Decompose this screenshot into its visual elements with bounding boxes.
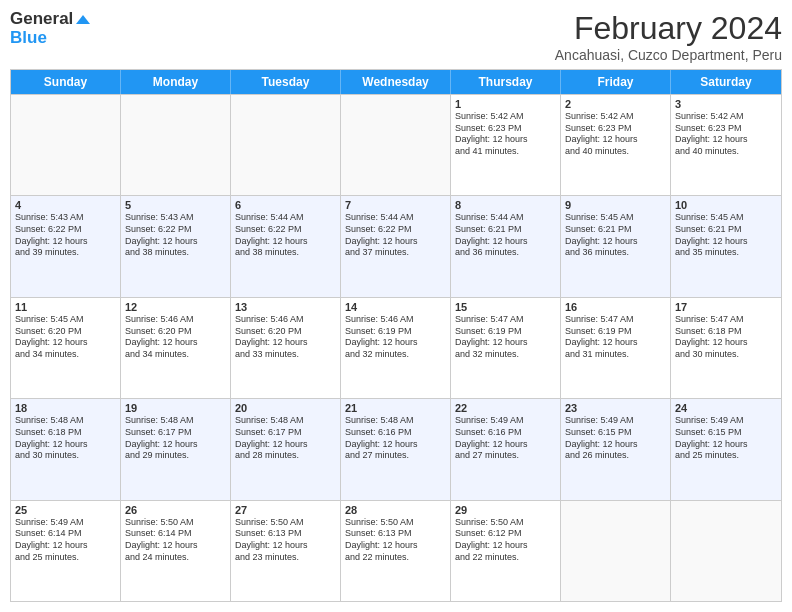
calendar: SundayMondayTuesdayWednesdayThursdayFrid…: [10, 69, 782, 602]
day-info: Sunrise: 5:46 AM Sunset: 6:20 PM Dayligh…: [235, 314, 336, 361]
day-number: 26: [125, 504, 226, 516]
day-info: Sunrise: 5:44 AM Sunset: 6:22 PM Dayligh…: [345, 212, 446, 259]
calendar-week-4: 18Sunrise: 5:48 AM Sunset: 6:18 PM Dayli…: [11, 398, 781, 499]
cal-cell-week4-day3: 20Sunrise: 5:48 AM Sunset: 6:17 PM Dayli…: [231, 399, 341, 499]
day-number: 5: [125, 199, 226, 211]
day-info: Sunrise: 5:42 AM Sunset: 6:23 PM Dayligh…: [565, 111, 666, 158]
day-number: 29: [455, 504, 556, 516]
weekday-header-thursday: Thursday: [451, 70, 561, 94]
day-info: Sunrise: 5:43 AM Sunset: 6:22 PM Dayligh…: [15, 212, 116, 259]
day-info: Sunrise: 5:45 AM Sunset: 6:21 PM Dayligh…: [565, 212, 666, 259]
title-block: February 2024 Ancahuasi, Cuzco Departmen…: [555, 10, 782, 63]
day-number: 9: [565, 199, 666, 211]
day-number: 25: [15, 504, 116, 516]
cal-cell-week4-day4: 21Sunrise: 5:48 AM Sunset: 6:16 PM Dayli…: [341, 399, 451, 499]
day-info: Sunrise: 5:44 AM Sunset: 6:21 PM Dayligh…: [455, 212, 556, 259]
cal-cell-week1-day6: 2Sunrise: 5:42 AM Sunset: 6:23 PM Daylig…: [561, 95, 671, 195]
day-info: Sunrise: 5:45 AM Sunset: 6:21 PM Dayligh…: [675, 212, 777, 259]
calendar-week-2: 4Sunrise: 5:43 AM Sunset: 6:22 PM Daylig…: [11, 195, 781, 296]
day-info: Sunrise: 5:42 AM Sunset: 6:23 PM Dayligh…: [675, 111, 777, 158]
cal-cell-week2-day3: 6Sunrise: 5:44 AM Sunset: 6:22 PM Daylig…: [231, 196, 341, 296]
day-number: 17: [675, 301, 777, 313]
calendar-body: 1Sunrise: 5:42 AM Sunset: 6:23 PM Daylig…: [11, 94, 781, 601]
day-number: 13: [235, 301, 336, 313]
cal-cell-week5-day1: 25Sunrise: 5:49 AM Sunset: 6:14 PM Dayli…: [11, 501, 121, 601]
day-number: 11: [15, 301, 116, 313]
day-info: Sunrise: 5:49 AM Sunset: 6:15 PM Dayligh…: [565, 415, 666, 462]
cal-cell-week5-day4: 28Sunrise: 5:50 AM Sunset: 6:13 PM Dayli…: [341, 501, 451, 601]
day-number: 7: [345, 199, 446, 211]
logo-general-text: General: [10, 10, 90, 29]
day-number: 24: [675, 402, 777, 414]
day-number: 14: [345, 301, 446, 313]
main-title: February 2024: [555, 10, 782, 47]
cal-cell-week3-day7: 17Sunrise: 5:47 AM Sunset: 6:18 PM Dayli…: [671, 298, 781, 398]
cal-cell-week5-day5: 29Sunrise: 5:50 AM Sunset: 6:12 PM Dayli…: [451, 501, 561, 601]
logo: General Blue: [10, 10, 90, 47]
subtitle: Ancahuasi, Cuzco Department, Peru: [555, 47, 782, 63]
calendar-week-1: 1Sunrise: 5:42 AM Sunset: 6:23 PM Daylig…: [11, 94, 781, 195]
weekday-header-monday: Monday: [121, 70, 231, 94]
day-info: Sunrise: 5:49 AM Sunset: 6:16 PM Dayligh…: [455, 415, 556, 462]
day-info: Sunrise: 5:46 AM Sunset: 6:20 PM Dayligh…: [125, 314, 226, 361]
day-info: Sunrise: 5:44 AM Sunset: 6:22 PM Dayligh…: [235, 212, 336, 259]
cal-cell-week5-day3: 27Sunrise: 5:50 AM Sunset: 6:13 PM Dayli…: [231, 501, 341, 601]
day-info: Sunrise: 5:43 AM Sunset: 6:22 PM Dayligh…: [125, 212, 226, 259]
cal-cell-week2-day2: 5Sunrise: 5:43 AM Sunset: 6:22 PM Daylig…: [121, 196, 231, 296]
day-info: Sunrise: 5:49 AM Sunset: 6:15 PM Dayligh…: [675, 415, 777, 462]
cal-cell-week3-day1: 11Sunrise: 5:45 AM Sunset: 6:20 PM Dayli…: [11, 298, 121, 398]
day-info: Sunrise: 5:47 AM Sunset: 6:19 PM Dayligh…: [565, 314, 666, 361]
cal-cell-week1-day3: [231, 95, 341, 195]
day-info: Sunrise: 5:50 AM Sunset: 6:14 PM Dayligh…: [125, 517, 226, 564]
day-number: 23: [565, 402, 666, 414]
cal-cell-week5-day7: [671, 501, 781, 601]
day-info: Sunrise: 5:49 AM Sunset: 6:14 PM Dayligh…: [15, 517, 116, 564]
cal-cell-week3-day4: 14Sunrise: 5:46 AM Sunset: 6:19 PM Dayli…: [341, 298, 451, 398]
day-number: 18: [15, 402, 116, 414]
day-info: Sunrise: 5:50 AM Sunset: 6:13 PM Dayligh…: [235, 517, 336, 564]
day-number: 15: [455, 301, 556, 313]
logo-blue-text: Blue: [10, 29, 90, 48]
cal-cell-week4-day1: 18Sunrise: 5:48 AM Sunset: 6:18 PM Dayli…: [11, 399, 121, 499]
day-info: Sunrise: 5:47 AM Sunset: 6:19 PM Dayligh…: [455, 314, 556, 361]
cal-cell-week1-day2: [121, 95, 231, 195]
day-number: 4: [15, 199, 116, 211]
cal-cell-week4-day2: 19Sunrise: 5:48 AM Sunset: 6:17 PM Dayli…: [121, 399, 231, 499]
day-info: Sunrise: 5:47 AM Sunset: 6:18 PM Dayligh…: [675, 314, 777, 361]
day-number: 28: [345, 504, 446, 516]
weekday-header-friday: Friday: [561, 70, 671, 94]
cal-cell-week1-day5: 1Sunrise: 5:42 AM Sunset: 6:23 PM Daylig…: [451, 95, 561, 195]
cal-cell-week4-day5: 22Sunrise: 5:49 AM Sunset: 6:16 PM Dayli…: [451, 399, 561, 499]
cal-cell-week5-day2: 26Sunrise: 5:50 AM Sunset: 6:14 PM Dayli…: [121, 501, 231, 601]
cal-cell-week1-day7: 3Sunrise: 5:42 AM Sunset: 6:23 PM Daylig…: [671, 95, 781, 195]
weekday-header-saturday: Saturday: [671, 70, 781, 94]
cal-cell-week5-day6: [561, 501, 671, 601]
cal-cell-week4-day7: 24Sunrise: 5:49 AM Sunset: 6:15 PM Dayli…: [671, 399, 781, 499]
cal-cell-week3-day2: 12Sunrise: 5:46 AM Sunset: 6:20 PM Dayli…: [121, 298, 231, 398]
day-info: Sunrise: 5:46 AM Sunset: 6:19 PM Dayligh…: [345, 314, 446, 361]
header: General Blue February 2024 Ancahuasi, Cu…: [10, 10, 782, 63]
calendar-week-3: 11Sunrise: 5:45 AM Sunset: 6:20 PM Dayli…: [11, 297, 781, 398]
calendar-header-row: SundayMondayTuesdayWednesdayThursdayFrid…: [11, 70, 781, 94]
cal-cell-week3-day3: 13Sunrise: 5:46 AM Sunset: 6:20 PM Dayli…: [231, 298, 341, 398]
day-number: 22: [455, 402, 556, 414]
cal-cell-week2-day5: 8Sunrise: 5:44 AM Sunset: 6:21 PM Daylig…: [451, 196, 561, 296]
day-info: Sunrise: 5:48 AM Sunset: 6:16 PM Dayligh…: [345, 415, 446, 462]
cal-cell-week3-day6: 16Sunrise: 5:47 AM Sunset: 6:19 PM Dayli…: [561, 298, 671, 398]
day-info: Sunrise: 5:50 AM Sunset: 6:13 PM Dayligh…: [345, 517, 446, 564]
day-number: 27: [235, 504, 336, 516]
day-number: 20: [235, 402, 336, 414]
day-number: 10: [675, 199, 777, 211]
weekday-header-tuesday: Tuesday: [231, 70, 341, 94]
day-info: Sunrise: 5:50 AM Sunset: 6:12 PM Dayligh…: [455, 517, 556, 564]
day-info: Sunrise: 5:42 AM Sunset: 6:23 PM Dayligh…: [455, 111, 556, 158]
day-info: Sunrise: 5:48 AM Sunset: 6:17 PM Dayligh…: [125, 415, 226, 462]
day-number: 1: [455, 98, 556, 110]
cal-cell-week3-day5: 15Sunrise: 5:47 AM Sunset: 6:19 PM Dayli…: [451, 298, 561, 398]
page: General Blue February 2024 Ancahuasi, Cu…: [0, 0, 792, 612]
day-number: 6: [235, 199, 336, 211]
cal-cell-week2-day6: 9Sunrise: 5:45 AM Sunset: 6:21 PM Daylig…: [561, 196, 671, 296]
day-number: 12: [125, 301, 226, 313]
cal-cell-week4-day6: 23Sunrise: 5:49 AM Sunset: 6:15 PM Dayli…: [561, 399, 671, 499]
cal-cell-week1-day4: [341, 95, 451, 195]
